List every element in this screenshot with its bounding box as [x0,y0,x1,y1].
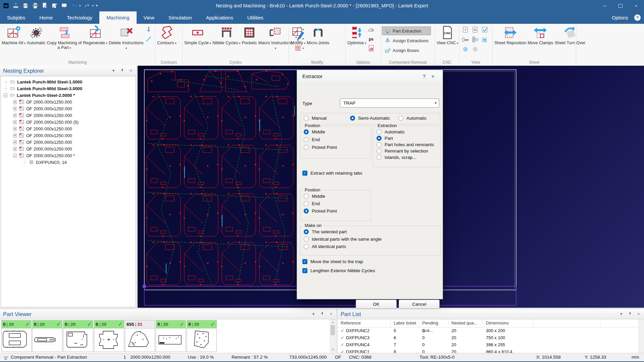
chevron-down-icon[interactable]: ▾ [79,4,81,7]
macro-instructions-button[interactable]: Macro Instructions ▾ [257,25,294,51]
pockets-button[interactable]: Pockets [241,25,257,46]
tree-item[interactable]: +OF 2000.000x1250.000 [13,139,72,145]
tab-machining[interactable]: Machining [99,11,136,24]
edit-icon[interactable] [51,2,58,9]
manual-radio[interactable]: Manual [304,116,327,121]
tree-item[interactable]: Lantek Punch-Mild Steel-3.0000 [4,85,82,92]
chevron-down-icon[interactable]: ▾ [619,312,624,316]
close-icon[interactable]: × [329,312,333,316]
clamp-blue-button[interactable] [481,36,490,45]
report-button[interactable] [367,45,375,52]
gear-gray-button[interactable] [472,46,480,54]
part-card[interactable]: 655|31.o{fill:none;stroke:#1a1a1a;stroke… [125,320,155,352]
type-combobox[interactable]: TRAP ▾ [340,99,439,108]
gear-blue-button[interactable] [462,46,470,54]
draw-line-button[interactable] [145,35,152,43]
ok-button[interactable]: OK [356,300,397,309]
the-selected-part-radio[interactable]: The selected part [304,229,439,234]
save-icon[interactable] [22,2,29,9]
automatic-radio[interactable]: Automatic [377,129,439,134]
regenerate-button[interactable]: Regenerate ▾ [83,25,108,46]
tab-simulation[interactable]: Simulation [161,11,199,24]
print-icon[interactable] [32,2,39,9]
column-header-reference[interactable]: Reference [338,319,391,327]
assign-boxes-button[interactable]: Assign Boxes [382,46,431,55]
tree-item[interactable]: +OF 2000.000x1250.000 [13,105,72,112]
help-button[interactable]: ? [634,14,641,21]
column-header-labor-ticket[interactable]: Labor ticket [391,319,419,327]
open-icon[interactable] [12,2,19,9]
maximize-button[interactable] [612,0,628,11]
tree-item[interactable]: –Lantek Punch-Steel-2.0000 * [4,92,75,99]
minimize-button[interactable] [597,0,612,11]
tab-utilities[interactable]: Utilities [240,11,270,24]
picked-point-radio[interactable]: Picked Point [304,145,369,150]
tab-subjobs[interactable]: Subjobs [0,11,32,24]
dialog-help-button[interactable]: ? [420,73,429,79]
part-card[interactable]: 0|20✓.o{fill:none;stroke:#1a1a1a;stroke-… [187,320,217,352]
lengthen-exterior-nibble-cycles-checkbox[interactable]: ✓ Lengthen Exterior Nibble Cycles [302,268,375,273]
part-card[interactable]: 0|20✓.o{fill:none;stroke:#1a1a1a;stroke-… [94,320,124,352]
part-card[interactable]: 0|20✓.o{fill:none;stroke:#1a1a1a;stroke-… [156,320,186,352]
table-row[interactable]: ✓DXFPUNC25020300 x 200 [338,327,639,334]
ps-button[interactable]: ps [367,35,375,43]
chevron-down-icon[interactable]: ▾ [111,68,116,73]
micro-joints-button[interactable]: Micro-Joints [306,25,330,46]
dialog-titlebar[interactable]: Extractor ? × [297,70,443,82]
column-header-nested-qua-[interactable]: Nested qua... [448,319,483,327]
all-identical-parts-radio[interactable]: All identical parts [304,244,439,249]
automatic-button[interactable]: Automatic [26,25,46,46]
tab-view[interactable]: View [137,11,161,24]
column-header-dimensions[interactable]: Dimensions [483,319,533,327]
move-sheet-to-trap-checkbox[interactable]: ✓ Move the sheet to the trap [302,259,363,264]
islands-scrap--radio[interactable]: Islands, scrap... [377,155,439,160]
pin-icon[interactable] [320,312,325,316]
tree-item[interactable]: –OF 2000.000x1250.000 * [13,152,75,159]
customize-toolbar-icon[interactable]: ▼ [95,4,98,7]
modify-button[interactable]: Modify ▾ [290,25,306,46]
table-row[interactable]: ✓DXFPUNC47020396 x 255 [338,341,639,348]
column-header-pending-qua-[interactable]: Pending qua... [419,319,448,327]
middle-radio[interactable]: Middle [304,129,369,134]
tree-item[interactable]: +OF 2000.000x1250.000 [13,112,72,119]
help-doc-button[interactable]: ? [462,26,470,35]
picked-point-radio[interactable]: Picked Point [304,208,369,214]
view-cnc-button[interactable]: CNCView CNC ▾ [436,25,459,46]
part-holes-and-remnants-radio[interactable]: Part holes and remnants [377,142,439,147]
chevron-down-icon[interactable]: ▾ [311,312,316,316]
close-button[interactable]: × [628,0,644,11]
cancel-button[interactable]: Cancel [399,300,440,309]
copy-machining-of-a-part-button[interactable]: Copy Machining of a Part ▾ [46,25,83,51]
part-list-scrollbar[interactable] [639,319,644,353]
monitor-icon[interactable] [61,2,68,9]
tab-home[interactable]: Home [32,11,60,24]
close-icon[interactable]: × [636,312,641,316]
tree-item[interactable]: +OF 2000.000x1250.000 [13,125,72,132]
assign-extractions-button[interactable]: Assign Extractions [382,36,431,45]
dialog-close-button[interactable]: × [429,73,437,79]
close-icon[interactable]: × [129,68,133,73]
identical-parts-with-the-same-angle-radio[interactable]: Identical parts with the same angle [304,237,439,242]
tree-item[interactable]: DXFPUNC0, 14 [22,159,67,166]
delete-instructions-button[interactable]: Delete Instructions ▾ [108,25,144,51]
machine-all-button[interactable]: Machine All ▾ [1,25,26,46]
options-menu[interactable]: Options ▾ [612,15,631,20]
redo-icon[interactable] [84,2,91,9]
part-viewer-scrollbar[interactable]: ▲ ▼ [330,319,336,352]
simple-cycle-button[interactable]: Simple Cycle ▾ [184,25,212,46]
part-card[interactable]: 0|20✓.o{fill:none;stroke:#1a1a1a;stroke-… [1,320,32,352]
end-radio[interactable]: End [304,137,369,142]
tree-item[interactable]: +OF 2000.000x1250.000 (5) [13,119,79,125]
scroll-down-icon[interactable]: ▼ [330,347,335,352]
undo-icon[interactable] [71,2,78,9]
check-box-button[interactable] [481,26,490,35]
sheet-turn-over-button[interactable]: Sheet Turn Over [554,25,586,46]
contours-button[interactable]: Contours ▾ [156,25,177,46]
part-extraction-button[interactable]: Part Extraction [382,26,431,35]
tree-item[interactable]: Lantek Punch-Mild Steel-1.0000 [4,78,82,85]
app-logo-icon[interactable]: ex [3,2,9,9]
semi-automatic-radio[interactable]: Semi-Automatic [350,116,390,121]
doc-search-icon[interactable] [42,2,48,9]
end-radio[interactable]: End [304,201,369,206]
pin-icon[interactable] [628,312,632,316]
